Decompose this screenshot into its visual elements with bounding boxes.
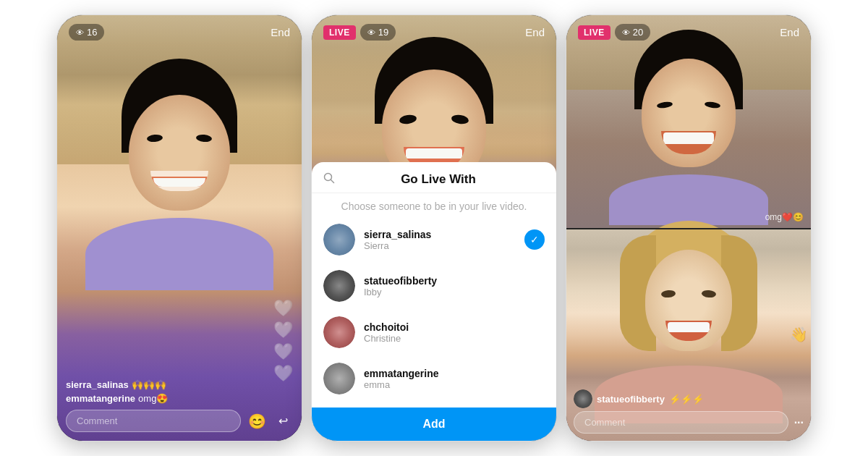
- wave-icon: 👋: [790, 326, 808, 343]
- phone-3-top-half: LIVE 👁 20 End omg❤️😊: [566, 15, 811, 228]
- avatar-circle-emma: [323, 363, 355, 394]
- avatar-circle-sierra: [323, 224, 355, 256]
- phone-2-screen: LIVE 👁 19 End: [312, 15, 556, 441]
- eye-icon-3: 👁: [622, 28, 630, 37]
- avatar-circle-christine: [323, 316, 355, 348]
- user-info-ibby: statueofibberty Ibby: [364, 275, 545, 297]
- bottom-avatar: [574, 389, 592, 408]
- handle-sierra: sierra_salinas: [364, 229, 516, 240]
- more-icon-3[interactable]: ···: [794, 416, 804, 429]
- viewer-count-2: 👁 19: [360, 24, 396, 41]
- comment-text-1: 🙌🙌🙌: [132, 379, 166, 390]
- top-comment-text-3: omg❤️😊: [765, 212, 804, 222]
- phone-3-top-bar: LIVE 👁 20 End: [566, 15, 811, 49]
- viewer-count-label-2: 19: [378, 27, 388, 38]
- user-info-emma: emmatangerine emma: [364, 368, 545, 390]
- phones-container: 👁 16 End 🤍 🤍 🤍 🤍 sierra_salinas 🙌🙌🙌: [49, 0, 819, 456]
- teeth-3b: [668, 322, 710, 332]
- add-button[interactable]: Add: [312, 408, 556, 441]
- comment-input-row-1: Comment 😊 ↩: [66, 410, 293, 432]
- comment-row-3: Comment ···: [574, 411, 804, 434]
- viewer-count-label-3: 20: [633, 27, 643, 38]
- comment-item-1: sierra_salinas 🙌🙌🙌: [66, 379, 293, 390]
- modal-title: Go Live With: [344, 172, 533, 187]
- split-divider: [566, 228, 811, 229]
- comments-list-1: sierra_salinas 🙌🙌🙌 emmatangerine omg😍: [66, 379, 293, 404]
- phone-3-bottom-half: statueofibberty ⚡⚡⚡ Comment ··· 👋: [566, 228, 811, 441]
- avatar-ibby: [323, 270, 355, 302]
- bottom-username: statueofibberty: [597, 394, 665, 405]
- face-area-3b: [616, 221, 761, 394]
- handle-christine: chchoitoi: [364, 321, 545, 333]
- user-info-christine: chchoitoi Christine: [364, 321, 545, 344]
- comment-input-3[interactable]: Comment: [574, 411, 788, 434]
- phone-3-bottom-overlay: statueofibberty ⚡⚡⚡ Comment ···: [566, 385, 811, 441]
- avatar-circle-ibby: [323, 270, 355, 302]
- avatar-christine: [323, 316, 355, 348]
- phone-2: LIVE 👁 19 End: [311, 14, 557, 442]
- phone-3: LIVE 👁 20 End omg❤️😊: [566, 14, 812, 442]
- handle-ibby: statueofibberty: [364, 275, 545, 287]
- face-1: [129, 95, 230, 211]
- user-list: sierra_salinas Sierra ✓ statueofibberty …: [312, 216, 556, 405]
- name-christine: Christine: [364, 333, 545, 344]
- end-button-1[interactable]: End: [271, 26, 290, 38]
- teeth-1: [153, 178, 205, 187]
- comment-input-1[interactable]: Comment: [66, 410, 241, 432]
- user-item-emma[interactable]: emmatangerine emma: [312, 355, 556, 402]
- avatar-sierra: [323, 224, 355, 256]
- bottom-comment-text: ⚡⚡⚡: [669, 394, 704, 405]
- user-item-christine[interactable]: chchoitoi Christine: [312, 309, 556, 355]
- viewer-count-label-1: 16: [87, 27, 97, 38]
- bottom-username-label: statueofibberty ⚡⚡⚡: [574, 389, 804, 408]
- comment-user-2: emmatangerine: [66, 393, 135, 404]
- user-item-ibby[interactable]: statueofibberty Ibby: [312, 263, 556, 309]
- face-area-1: [107, 59, 252, 247]
- teeth-3t: [663, 132, 714, 144]
- phone-3-top-left: LIVE 👁 20: [578, 24, 650, 41]
- phone-1-bottom: sierra_salinas 🙌🙌🙌 emmatangerine omg😍 Co…: [57, 373, 302, 441]
- user-item-sierra[interactable]: sierra_salinas Sierra ✓: [312, 216, 556, 263]
- search-icon-modal: [323, 172, 335, 187]
- name-sierra: Sierra: [364, 240, 516, 251]
- bottom-avatar-circle: [574, 389, 592, 408]
- go-live-modal: Go Live With Choose someone to be in you…: [312, 162, 556, 441]
- comment-text-2: omg😍: [138, 393, 168, 404]
- comment-placeholder-1: Comment: [77, 415, 117, 426]
- live-badge-2: LIVE: [323, 25, 356, 40]
- hearts-1: 🤍 🤍 🤍 🤍: [273, 299, 293, 383]
- check-icon-sierra: ✓: [524, 229, 545, 250]
- heart-3: 🤍: [273, 342, 293, 361]
- phone-3-screen: LIVE 👁 20 End omg❤️😊: [566, 15, 811, 441]
- end-button-3[interactable]: End: [780, 26, 799, 38]
- live-badge-3: LIVE: [578, 25, 610, 40]
- teeth-2: [406, 148, 462, 159]
- phone-1-top-bar: 👁 16 End: [57, 15, 302, 49]
- face-area-3t: [624, 30, 754, 196]
- svg-line-1: [331, 180, 334, 183]
- modal-subtitle: Choose someone to be in your live video.: [312, 193, 556, 216]
- viewer-count-1: 👁 16: [69, 24, 104, 41]
- share-icon-1[interactable]: ↩: [273, 414, 293, 428]
- name-emma: emma: [364, 379, 545, 390]
- phone-2-top-bar: LIVE 👁 19 End: [312, 15, 556, 49]
- avatar-emma: [323, 363, 355, 394]
- eye-icon-2: 👁: [367, 28, 375, 37]
- emoji-icon-1[interactable]: 😊: [247, 413, 267, 430]
- phone-1: 👁 16 End 🤍 🤍 🤍 🤍 sierra_salinas 🙌🙌🙌: [56, 14, 302, 442]
- phone-2-top-left: LIVE 👁 19: [323, 24, 396, 41]
- shirt-1: [85, 218, 273, 290]
- user-info-sierra: sierra_salinas Sierra: [364, 229, 516, 251]
- end-button-2[interactable]: End: [525, 26, 545, 38]
- phone-1-screen: 👁 16 End 🤍 🤍 🤍 🤍 sierra_salinas 🙌🙌🙌: [57, 15, 302, 441]
- eye-icon-1: 👁: [76, 28, 84, 37]
- viewer-count-3: 👁 20: [615, 24, 650, 41]
- name-ibby: Ibby: [364, 287, 545, 297]
- top-comment-3: omg❤️😊: [765, 212, 804, 222]
- comment-placeholder-3: Comment: [584, 417, 625, 428]
- comment-user-1: sierra_salinas: [66, 379, 129, 390]
- heart-2: 🤍: [273, 321, 293, 339]
- shirt-3t: [609, 174, 768, 225]
- handle-emma: emmatangerine: [364, 368, 545, 379]
- modal-search-row: Go Live With: [312, 162, 556, 193]
